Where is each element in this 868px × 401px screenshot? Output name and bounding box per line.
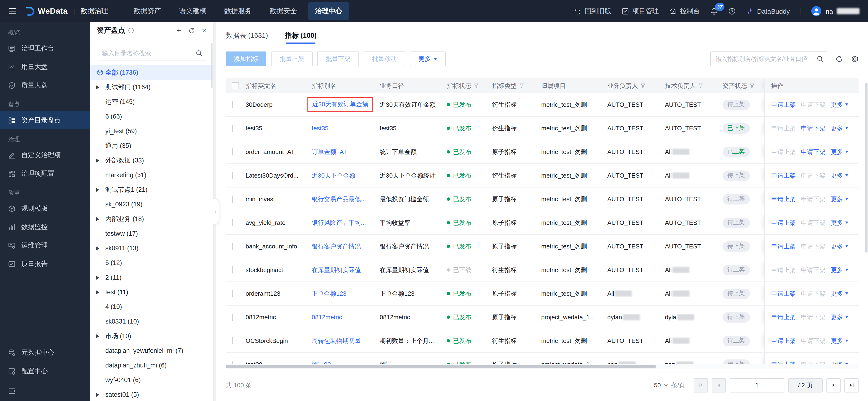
column-header-status[interactable]: 指标状态 [447,82,492,90]
column-header-tech[interactable]: 技术负责人 [665,82,722,90]
close-panel-icon[interactable]: × [202,27,206,34]
horizontal-scrollbar-thumb[interactable] [226,365,656,368]
topbar-nav-item[interactable]: 数据服务 [218,2,258,20]
metric-search-input[interactable] [710,52,827,66]
sidebar-item-自定义治理项[interactable]: 自定义治理项 [0,146,90,164]
expand-caret-icon[interactable] [96,393,99,397]
row-more-link[interactable]: 更多 [831,171,848,180]
tree-node[interactable]: 内部业务 (18) [90,212,213,226]
row-checkbox[interactable] [232,125,233,132]
column-header-asset[interactable]: 资产状态 [722,82,764,90]
request-online-link[interactable]: 申请上架 [771,171,796,180]
add-metric-button[interactable]: 添加指标 [226,52,266,66]
row-more-link[interactable]: 更多 [831,124,848,132]
request-offline-link[interactable]: 申请下架 [801,124,826,132]
info-icon[interactable] [128,27,134,34]
menu-icon[interactable] [8,8,17,14]
tree-node[interactable]: 外部数据 (33) [90,153,213,168]
refresh-table-button[interactable] [835,55,843,63]
topbar-nav-item[interactable]: 治理中心 [308,2,349,20]
request-offline-link[interactable]: 申请下架 [801,242,826,251]
request-online-link[interactable]: 申请上架 [771,289,796,298]
filter-icon[interactable] [519,83,524,88]
request-online-link[interactable]: 申请上架 [771,313,796,321]
request-offline-link[interactable]: 申请下架 [801,313,826,321]
row-checkbox[interactable] [232,337,233,344]
sidebar-item-规则模版[interactable]: 规则模版 [0,199,90,218]
tree-node[interactable]: sk_0923 (19) [90,197,213,212]
batch-online-button[interactable]: 批量上架 [271,52,313,66]
metric-alias-link[interactable]: 银行客户资产情况 [312,243,361,250]
topbar-nav-item[interactable]: 语义建模 [173,2,213,20]
request-offline-link[interactable]: 申请下架 [801,218,826,227]
first-page-button[interactable] [694,378,708,392]
row-checkbox[interactable] [232,267,233,274]
sidebar-collapse-button[interactable] [0,382,90,400]
row-more-link[interactable]: 更多 [831,360,848,364]
databuddy-button[interactable]: DataBuddy [746,7,790,15]
sidebar-item-用量大盘[interactable]: 用量大盘 [0,58,90,76]
metric-alias-link[interactable]: test35 [312,125,329,132]
page-number-input[interactable] [730,378,784,392]
metric-alias-link[interactable]: 测试00 [312,361,331,364]
tree-node[interactable]: marketing (31) [90,168,213,182]
console-button[interactable]: 控制台 [669,7,700,16]
last-page-button[interactable] [844,378,859,392]
tree-node[interactable]: dataplan_zhuti_mi (6) [90,358,213,373]
column-settings-button[interactable] [851,55,859,63]
metric-alias-link[interactable]: 近30天下单金额 [312,172,355,179]
request-online-link[interactable]: 申请上架 [771,148,796,156]
row-checkbox[interactable] [232,172,233,179]
page-size-select[interactable]: 50 条/页 [654,381,685,390]
row-checkbox[interactable] [232,314,233,321]
row-more-link[interactable]: 更多 [831,195,848,203]
expand-caret-icon[interactable] [96,334,99,338]
tree-node[interactable]: 市场 (10) [90,329,213,343]
request-offline-link[interactable]: 申请下架 [801,289,826,298]
metric-alias-link[interactable]: 下单金额123 [312,290,346,297]
tree-node[interactable]: 6 (66) [90,109,213,124]
request-online-link[interactable]: 申请上架 [771,360,796,364]
more-button[interactable]: 更多 [410,52,446,66]
tree-node[interactable]: satest01 (5) [90,387,213,401]
row-checkbox[interactable] [232,243,233,250]
expand-caret-icon[interactable] [96,246,99,250]
request-online-link[interactable]: 申请上架 [771,242,796,251]
expand-caret-icon[interactable] [96,290,99,294]
expand-caret-icon[interactable] [96,158,99,162]
sidebar-item-质量大盘[interactable]: 质量大盘 [0,76,90,94]
request-online-link[interactable]: 申请上架 [771,124,796,132]
tree-scrollbar[interactable] [211,43,213,88]
sidebar-item-资产目录盘点[interactable]: 资产目录盘点 [0,111,90,129]
request-online-link[interactable]: 申请上架 [771,100,796,109]
column-header-type[interactable]: 指标类型 [492,82,541,90]
request-offline-link[interactable]: 申请下架 [801,266,826,274]
tree-node[interactable]: testww (17) [90,226,213,241]
tree-collapse-handle[interactable]: ‹ [213,199,219,224]
metric-alias-link[interactable]: 周转包装物期初量 [312,337,361,344]
topbar-nav-item[interactable]: 数据安全 [263,2,304,20]
sidebar-item-数据监控[interactable]: 数据监控 [0,218,90,236]
row-more-link[interactable]: 更多 [831,266,848,274]
vertical-scrollbar-thumb[interactable] [865,83,868,253]
add-catalog-button[interactable]: + [176,26,181,34]
sidebar-item-质量报告[interactable]: 质量报告 [0,254,90,273]
tree-node[interactable]: test (11) [90,285,213,300]
row-checkbox[interactable] [232,101,233,108]
project-management-button[interactable]: 项目管理 [621,7,659,16]
request-online-link[interactable]: 申请上架 [771,337,796,345]
request-offline-link[interactable]: 申请下架 [801,148,826,156]
request-offline-link[interactable]: 申请下架 [801,100,826,109]
metric-alias-link[interactable]: 订单金额_AT [312,148,347,155]
request-offline-link[interactable]: 申请下架 [801,360,826,364]
filter-icon[interactable] [640,83,646,88]
request-online-link[interactable]: 申请上架 [771,218,796,227]
help-button[interactable] [728,7,736,15]
request-offline-link[interactable]: 申请下架 [801,337,826,345]
filter-icon[interactable] [749,83,755,88]
tree-node[interactable]: 通用 (35) [90,138,213,153]
request-online-link[interactable]: 申请上架 [771,195,796,203]
tab-指标[interactable]: 指标 (100) [285,27,317,44]
metric-alias-link[interactable]: 近30天有效订单金额 [312,101,368,108]
tree-node[interactable]: 运营 (145) [90,94,213,109]
